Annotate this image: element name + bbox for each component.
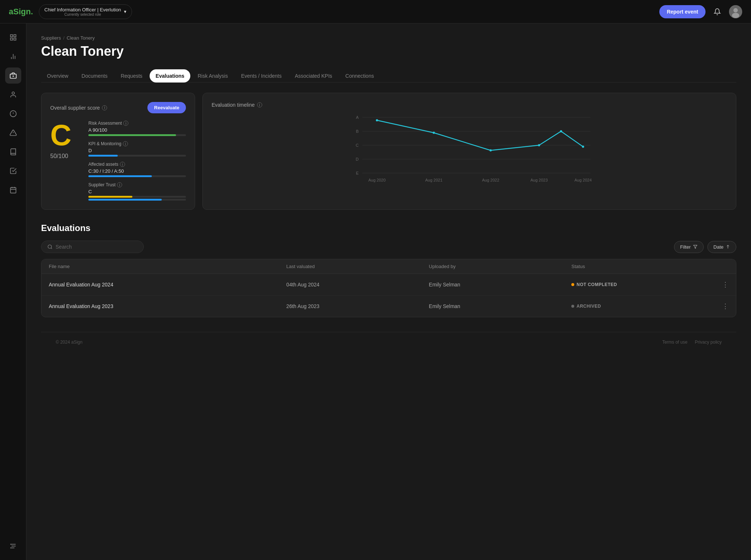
supplier-trust-bar-1 (88, 196, 186, 198)
tab-risk-analysis[interactable]: Risk Analysis (192, 69, 234, 83)
report-event-button[interactable]: Report event (659, 5, 706, 18)
logo-suffix: Sign. (13, 7, 33, 16)
timeline-card: Evaluation timeline i A B C (202, 93, 736, 210)
avatar[interactable] (729, 5, 742, 18)
metric-risk-assessment-label: Risk Assessment i (88, 121, 186, 126)
table-header: File name Last valuated Uploaded by Stat… (41, 259, 736, 274)
tab-events-incidents[interactable]: Events / Incidents (235, 69, 287, 83)
svg-point-1 (733, 8, 738, 12)
score-card-header: Overall supplier score i Reevaluate (50, 102, 186, 113)
metric-affected-assets-bar (88, 175, 186, 177)
date-button[interactable]: Date (707, 241, 736, 253)
score-body: C 50/100 Risk Assessment i A 90/100 (50, 121, 186, 201)
cards-row: Overall supplier score i Reevaluate C 50… (41, 93, 736, 210)
tabs: Overview Documents Requests Evaluations … (41, 69, 736, 83)
svg-rect-6 (14, 38, 16, 40)
breadcrumb: Suppliers / Clean Tonery (41, 35, 736, 41)
evaluations-section: Evaluations Filter (41, 223, 736, 317)
tab-requests[interactable]: Requests (115, 69, 148, 83)
score-card-title-text: Overall supplier score (50, 105, 100, 111)
tab-connections[interactable]: Connections (340, 69, 380, 83)
svg-rect-5 (10, 38, 12, 40)
tab-associated-kpis[interactable]: Associated KPIs (289, 69, 338, 83)
logo-prefix: a (9, 7, 13, 16)
sidebar-item-users[interactable] (5, 87, 21, 103)
tab-documents[interactable]: Documents (76, 69, 113, 83)
svg-point-24 (11, 546, 12, 547)
cell-menu-2[interactable]: ⋮ (714, 302, 729, 310)
score-info-icon: i (102, 105, 107, 110)
col-actions (714, 264, 729, 269)
cell-filename-1: Annual Evaluation Aug 2024 (49, 282, 286, 288)
tab-evaluations[interactable]: Evaluations (150, 69, 190, 83)
svg-text:Aug 2021: Aug 2021 (425, 178, 442, 182)
footer-terms-link[interactable]: Terms of use (662, 340, 688, 345)
score-number: 50/100 (50, 153, 80, 160)
breadcrumb-parent[interactable]: Suppliers (41, 35, 61, 41)
metric-supplier-trust-value: C (88, 189, 186, 194)
sidebar-bottom (5, 538, 21, 554)
score-metrics: Risk Assessment i A 90/100 KPI & Moni (88, 121, 186, 201)
svg-text:Aug 2023: Aug 2023 (530, 178, 547, 182)
cell-menu-1[interactable]: ⋮ (714, 281, 729, 289)
status-label-2: ARCHIVED (576, 304, 601, 309)
svg-text:Aug 2020: Aug 2020 (368, 178, 385, 182)
supplier-trust-bar-fill-1 (88, 196, 132, 198)
svg-text:E: E (356, 171, 359, 175)
sidebar-item-tasks[interactable] (5, 163, 21, 179)
sidebar-item-suppliers[interactable] (5, 67, 21, 84)
filter-date-row: Filter Date (674, 241, 736, 253)
metric-kpi-bar (88, 155, 186, 157)
sidebar-item-library[interactable] (5, 144, 21, 160)
search-box (41, 241, 144, 253)
breadcrumb-separator: / (63, 35, 65, 41)
sidebar-item-settings[interactable] (5, 538, 21, 554)
sidebar (0, 23, 26, 560)
chart-area: A B C D E Aug 2020 Aug 2021 Aug 2022 Aug… (212, 114, 727, 187)
sidebar-item-analytics[interactable] (5, 48, 21, 65)
role-selector[interactable]: Chief Information Officer | Everlution C… (39, 4, 132, 19)
cell-status-2: ARCHIVED (571, 304, 714, 309)
filter-icon (693, 245, 697, 249)
footer-privacy-link[interactable]: Privacy policy (695, 340, 722, 345)
cell-date-1: 04th Aug 2024 (286, 282, 429, 288)
logo: aSign. (9, 7, 33, 17)
col-last-valuated: Last valuated (286, 264, 429, 269)
sort-icon (726, 245, 730, 249)
filter-label: Filter (680, 244, 691, 250)
timeline-title-text: Evaluation timeline (212, 102, 255, 108)
sidebar-item-alerts[interactable] (5, 125, 21, 141)
filter-button[interactable]: Filter (674, 241, 704, 253)
metric-affected-assets-bar-fill (88, 175, 152, 177)
sidebar-item-dashboard[interactable] (5, 29, 21, 45)
notification-icon[interactable] (711, 6, 723, 18)
search-input[interactable] (56, 244, 138, 250)
svg-rect-4 (14, 35, 16, 37)
sidebar-item-calendar[interactable] (5, 182, 21, 198)
topnav-left: aSign. Chief Information Officer | Everl… (9, 4, 132, 19)
svg-point-41 (376, 119, 378, 121)
role-main: Chief Information Officer | Everlution (44, 7, 121, 12)
metric-supplier-trust-label: Supplier Trust i (88, 182, 186, 187)
sidebar-item-risk[interactable] (5, 106, 21, 122)
reevaluate-button[interactable]: Reevaluate (147, 102, 186, 113)
search-icon (47, 244, 53, 250)
footer: © 2024 aSign Terms of use Privacy policy (41, 332, 736, 352)
topnav: aSign. Chief Information Officer | Everl… (0, 0, 751, 23)
svg-marker-49 (693, 245, 697, 249)
cell-status-1: NOT COMPLETED (571, 282, 714, 287)
status-label-1: NOT COMPLETED (576, 282, 617, 287)
col-filename: File name (49, 264, 286, 269)
svg-text:D: D (356, 157, 359, 161)
svg-line-48 (51, 248, 52, 249)
svg-text:B: B (356, 129, 359, 133)
tab-overview[interactable]: Overview (41, 69, 74, 83)
metric-risk-assessment: Risk Assessment i A 90/100 (88, 121, 186, 136)
timeline-chart: A B C D E Aug 2020 Aug 2021 Aug 2022 Aug… (212, 114, 727, 187)
metric-kpi-value: D (88, 148, 186, 153)
svg-point-23 (10, 544, 11, 545)
role-sub: Currently selected role (44, 12, 121, 17)
status-dot-1 (571, 283, 574, 286)
search-filter-row: Filter Date (41, 241, 736, 253)
svg-text:Aug 2024: Aug 2024 (574, 178, 591, 182)
